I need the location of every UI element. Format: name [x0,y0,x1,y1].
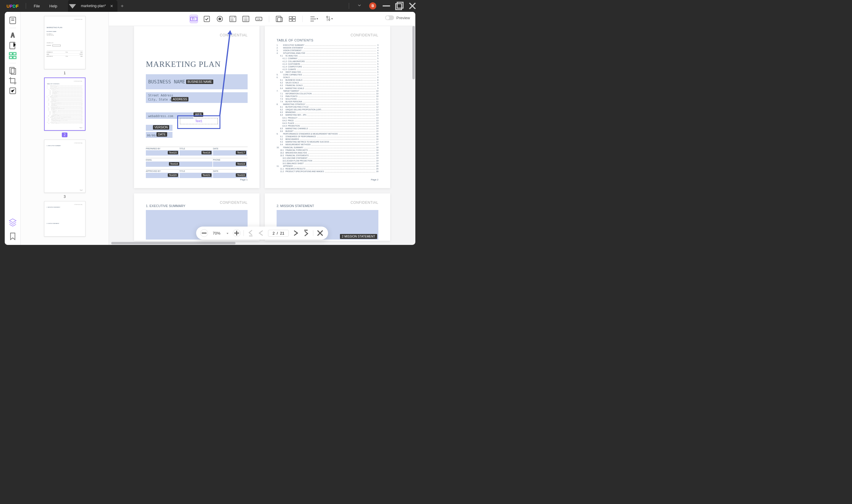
maximize-button[interactable] [394,1,405,10]
svg-rect-0 [396,4,402,10]
confidential-label: CONFIDENTIAL [220,200,248,205]
app-logo: UPDF [6,3,19,8]
vertical-scrollbar[interactable] [412,26,415,79]
field-label-mission: 2 MISSION STATEMENT [340,234,377,239]
zoom-out-button[interactable] [200,229,208,237]
menu-help[interactable]: Help [45,4,62,8]
tool-align[interactable] [309,15,319,23]
next-page-button[interactable] [292,229,300,237]
zoom-value: 70% [211,231,222,235]
tool-crop[interactable] [8,76,17,85]
avatar[interactable]: B [369,2,376,10]
tab-document[interactable]: marketing-plan* ✕ [77,0,117,12]
tool-reader[interactable] [8,16,17,25]
prev-page-button[interactable] [257,229,265,237]
tool-button[interactable]: OK [255,15,263,23]
svg-rect-25 [293,19,295,21]
field-text18[interactable]: Text18 [146,162,213,167]
tool-radio[interactable] [216,15,224,23]
preview-toggle[interactable] [385,15,394,20]
zoom-dropdown[interactable] [225,230,230,236]
canvas-area: T OK Preview CONFIDENTIAL [109,12,415,245]
left-toolbar [5,12,21,245]
thumbnail-3[interactable]: CONFIDENTIAL 1. EXECUTIVE SUMMARY Page 3 [44,140,86,193]
zoom-in-button[interactable] [233,229,240,237]
selected-field-text1[interactable]: Text1 [177,115,220,129]
tool-dropdown[interactable] [229,15,237,23]
chevron-down-icon[interactable] [355,3,364,8]
thumb-num-3: 3 [64,195,66,199]
first-page-button[interactable] [247,229,254,237]
field-text20[interactable]: Text20 [146,173,179,178]
field-text19[interactable]: Text19 [213,162,247,167]
field-text17[interactable]: Text17 [213,150,247,156]
form-table: PREPARED BYTITLEDATE Text15 Text16 Text1… [146,147,248,180]
tool-listbox[interactable] [242,15,250,23]
svg-rect-6 [9,56,12,59]
svg-rect-20 [276,16,281,22]
page-input[interactable] [268,230,289,237]
toc-title: TABLE OF CONTENTS [277,38,378,42]
tool-edit[interactable] [8,41,17,50]
confidential-label: CONFIDENTIAL [350,200,378,205]
page-title: MARKETING PLAN [146,60,248,69]
svg-rect-7 [13,56,16,59]
tool-layers[interactable] [8,218,17,227]
tool-image-field[interactable] [275,15,284,23]
document-canvas[interactable]: CONFIDENTIAL MARKETING PLAN BUSINESS NAM… [109,26,415,245]
tab-label: marketing-plan* [81,4,106,8]
tool-redact[interactable] [8,86,17,95]
tool-checkbox[interactable] [203,15,211,23]
form-toolbar: T OK Preview [109,12,415,26]
svg-rect-5 [13,53,16,55]
tool-signature[interactable] [288,15,296,23]
tool-organize[interactable] [8,66,17,75]
svg-rect-4 [9,53,12,55]
field-text15[interactable]: Text15 [146,150,179,156]
tab-add-button[interactable]: ＋ [117,0,127,12]
svg-text:OK: OK [257,18,261,20]
close-button[interactable] [407,1,418,10]
field-date[interactable]: 00/00/0000 DATE [146,132,173,138]
minimize-button[interactable] [381,1,392,10]
svg-text:T: T [192,17,194,21]
thumbnail-panel: CONFIDENTIAL MARKETING PLAN BUSINESS NAM… [21,12,109,245]
thumbnail-4[interactable]: CONFIDENTIAL 2. MISSION STATEMENT 3. VIS… [44,201,86,237]
divider [349,3,349,9]
thumbnail-2[interactable]: CONFIDENTIAL TABLE OF CONTENTS 1.EXECUTI… [44,77,86,131]
tool-bookmark[interactable] [8,232,17,241]
menu-file[interactable]: File [29,4,45,8]
page-number: Page 1 [240,178,248,181]
field-version[interactable]: VERS VERSION [146,125,173,131]
thumb-num-1: 1 [64,71,66,75]
svg-rect-22 [289,16,292,18]
zoom-bar: 70% [196,227,328,239]
svg-rect-1 [397,2,403,8]
tab-close-icon[interactable]: ✕ [110,4,113,8]
tool-form[interactable] [8,51,17,60]
confidential-label: CONFIDENTIAL [220,33,248,37]
svg-rect-16 [230,16,236,22]
page-2: CONFIDENTIAL TABLE OF CONTENTS 1.EXECUTI… [265,26,390,188]
confidential-label: CONFIDENTIAL [350,33,378,37]
thumbnail-1[interactable]: CONFIDENTIAL MARKETING PLAN BUSINESS NAM… [44,16,86,69]
svg-point-27 [329,19,330,20]
close-bar-button[interactable] [316,229,324,237]
svg-point-26 [327,16,328,17]
svg-rect-24 [289,19,292,21]
tool-text-field[interactable]: T [189,15,198,23]
triangle-down-icon [68,0,77,12]
svg-rect-17 [243,16,249,22]
field-text22[interactable]: Text22 [213,173,247,178]
field-business-name[interactable]: BUSINESS NAME BUSINESS NAME [146,74,248,89]
tool-highlight[interactable] [8,31,17,40]
horizontal-scrollbar[interactable] [111,242,235,244]
tab-dropdown[interactable] [68,0,77,12]
field-text21[interactable]: Text21 [180,173,213,178]
field-text16[interactable]: Text16 [180,150,213,156]
thumb-num-2: 2 [62,132,68,137]
field-address[interactable]: Street Address City, State and Zip ADDRE… [146,92,248,103]
last-page-button[interactable] [302,229,310,237]
svg-rect-23 [293,16,295,18]
tool-properties[interactable] [324,15,334,23]
